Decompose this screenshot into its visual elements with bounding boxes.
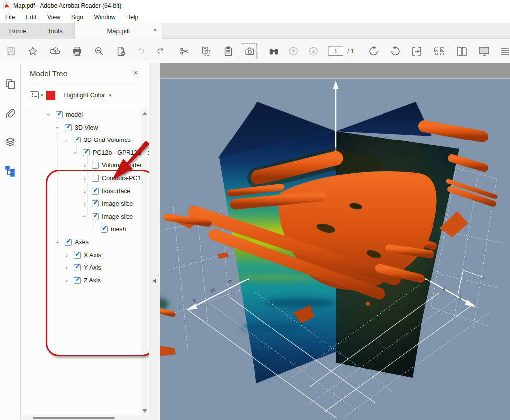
expander-open-icon[interactable]: › — [46, 112, 52, 118]
scroll-up-icon[interactable] — [142, 112, 147, 115]
tree-item: ›3D View — [55, 122, 98, 134]
fit-width-icon[interactable] — [410, 45, 423, 58]
tree-connector — [67, 131, 67, 140]
rotate-ccw-icon[interactable] — [389, 45, 402, 58]
checkbox-checked[interactable] — [74, 137, 81, 143]
list-options-icon[interactable] — [30, 91, 39, 99]
close-tab-icon[interactable]: × — [153, 27, 157, 34]
menu-bar: File Edit View Sign Window Help — [0, 12, 510, 23]
svg-text:2: 2 — [193, 299, 197, 303]
menu-window[interactable]: Window — [89, 12, 121, 22]
snapshot-camera-icon[interactable] — [243, 45, 256, 58]
checkbox-checked[interactable] — [83, 149, 90, 156]
acrobat-window: Map.pdf - Adobe Acrobat Reader (64-bit) … — [0, 0, 510, 420]
checkbox-unchecked[interactable] — [92, 162, 99, 169]
page-number-input[interactable]: 1 — [328, 46, 343, 56]
page-thumbnails-icon[interactable] — [4, 78, 16, 90]
tree-item-label[interactable]: model — [66, 111, 83, 118]
tab-strip: Home Tools Map.pdf × — [0, 23, 510, 39]
svg-text:18: 18 — [210, 288, 216, 294]
two-page-icon[interactable] — [455, 45, 468, 58]
title-bar: Map.pdf - Adobe Acrobat Reader (64-bit) — [0, 0, 510, 12]
document-background-bar — [160, 63, 510, 79]
tree-item: ›model — [46, 109, 83, 121]
highlight-color-swatch[interactable] — [46, 91, 55, 100]
svg-text:16: 16 — [227, 279, 233, 285]
3d-model-canvas[interactable]: 16 18 2 4 8 — [160, 79, 510, 420]
toolbar-separator — [256, 44, 257, 59]
model-tree-icon[interactable] — [4, 165, 16, 177]
scrollbar-thumb[interactable] — [33, 417, 115, 419]
clipboard-icon[interactable] — [222, 45, 235, 58]
tree-connector — [76, 143, 76, 153]
star-icon[interactable] — [26, 45, 39, 58]
document-tab-label: Map.pdf — [107, 27, 130, 35]
save-icon[interactable] — [4, 45, 17, 58]
adobe-pdf-icon — [3, 2, 10, 9]
tree-horizontal-scrollbar[interactable] — [21, 415, 149, 420]
checkbox-checked[interactable] — [56, 111, 63, 118]
fullscreen-icon[interactable] — [478, 45, 491, 58]
red-annotation-rectangle — [46, 170, 155, 356]
undo-icon[interactable] — [134, 45, 147, 58]
page-total-label: / 1 — [347, 48, 354, 55]
rotate-cw-icon[interactable] — [367, 45, 380, 58]
3d-scene: 16 18 2 4 8 — [160, 79, 510, 420]
print-icon[interactable] — [71, 45, 84, 58]
layers-icon[interactable] — [4, 136, 16, 148]
tab-document-mappdf[interactable]: Map.pdf × — [75, 23, 162, 39]
page-up-icon[interactable] — [287, 45, 300, 58]
redo-icon[interactable] — [154, 45, 167, 58]
window-title: Map.pdf - Adobe Acrobat Reader (64-bit) — [13, 2, 121, 9]
tab-tools[interactable]: Tools — [36, 23, 75, 39]
document-margin — [149, 63, 160, 420]
search-zoom-icon[interactable] — [93, 45, 106, 58]
main-toolbar: 1 / 1 — [0, 39, 510, 63]
binoculars-icon[interactable] — [267, 45, 280, 58]
checkbox-checked[interactable] — [65, 124, 72, 131]
menu-file[interactable]: File — [0, 12, 20, 22]
page-down-icon[interactable] — [307, 45, 320, 58]
menu-edit[interactable]: Edit — [20, 12, 42, 22]
divider — [25, 84, 143, 84]
menu-view[interactable]: View — [42, 12, 66, 22]
chevron-down-icon[interactable]: ▾ — [109, 93, 112, 98]
panel-title: Model Tree — [30, 69, 67, 78]
tab-home[interactable]: Home — [0, 23, 36, 39]
panel-collapse-icon[interactable] — [153, 278, 156, 284]
attachments-icon[interactable] — [4, 107, 16, 119]
fit-visible-icon[interactable] — [433, 45, 446, 58]
scroll-down-icon[interactable] — [142, 409, 147, 413]
chevron-down-icon[interactable]: ▾ — [41, 93, 43, 98]
left-sidebar-rail — [0, 63, 21, 420]
highlight-color-row: ▾ Highlight Color ▾ — [30, 87, 113, 103]
model-tree-panel: Model Tree × ▾ Highlight Color ▾ ›model›… — [21, 63, 149, 420]
scissors-icon[interactable] — [178, 45, 191, 58]
highlight-color-label: Highlight Color — [64, 92, 105, 99]
doc-check-icon[interactable] — [115, 45, 128, 58]
divider — [25, 106, 143, 106]
cloud-upload-icon[interactable] — [49, 45, 62, 58]
menu-help[interactable]: Help — [121, 12, 144, 22]
panel-toggle-icon[interactable] — [498, 45, 510, 58]
menu-sign[interactable]: Sign — [66, 12, 89, 22]
tree-item-label[interactable]: 3D View — [75, 124, 98, 131]
copy-icon[interactable] — [200, 45, 213, 58]
panel-close-icon[interactable]: × — [133, 68, 138, 77]
